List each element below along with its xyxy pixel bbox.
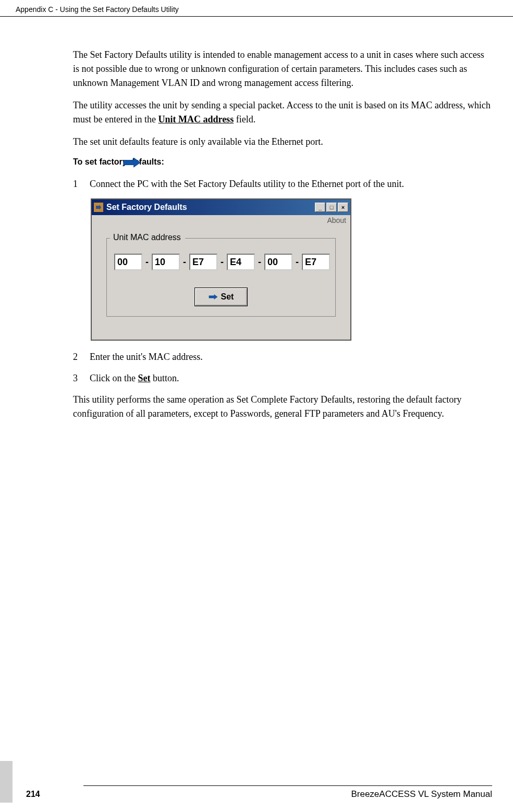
step-1-text: Connect the PC with the Set Factory Defa… — [90, 177, 492, 191]
step-3-number: 3 — [73, 371, 90, 385]
page-footer: 214 BreezeACCESS VL System Manual — [16, 785, 492, 799]
svg-marker-1 — [96, 205, 101, 210]
window-icon — [94, 203, 103, 212]
mac-dash-4: - — [258, 257, 261, 268]
close-button[interactable]: × — [338, 203, 348, 212]
groupbox-label: Unit MAC address — [111, 233, 183, 242]
step-2-text: Enter the unit's MAC address. — [90, 350, 492, 364]
mac-dash-5: - — [296, 257, 299, 268]
maximize-button[interactable]: □ — [326, 203, 337, 212]
unit-mac-bold: Unit MAC address — [158, 114, 234, 124]
mac-octet-3[interactable] — [189, 254, 217, 270]
titlebar: Set Factory Defaults _ □ × — [92, 199, 350, 215]
mac-dash-1: - — [145, 257, 149, 268]
step-3: 3 Click on the Set button. — [73, 371, 492, 385]
mac-groupbox: Unit MAC address - - - - - — [106, 238, 336, 317]
mac-octet-4[interactable] — [227, 254, 255, 270]
titlebar-buttons: _ □ × — [315, 203, 348, 212]
paragraph-2c: field. — [234, 114, 255, 124]
step-3a: Click on the — [90, 373, 138, 383]
mac-dash-2: - — [183, 257, 186, 268]
set-factory-defaults-window: Set Factory Defaults _ □ × About Unit MA… — [91, 198, 351, 341]
step-1: 1 Connect the PC with the Set Factory De… — [73, 177, 492, 191]
set-button[interactable]: Set — [195, 288, 247, 306]
paragraph-2: The utility accesses the unit by sending… — [73, 98, 492, 127]
mac-octet-6[interactable] — [302, 254, 330, 270]
window-bottom-space — [92, 322, 350, 340]
page-gray-tab — [0, 761, 13, 803]
about-menu[interactable]: About — [92, 215, 350, 226]
manual-name: BreezeACCESS VL System Manual — [351, 789, 492, 799]
paragraph-2a: The utility accesses the unit by sending… — [73, 100, 491, 124]
footer-rule — [83, 785, 492, 786]
paragraph-1: The Set Factory Defaults utility is inte… — [73, 48, 492, 90]
step-2: 2 Enter the unit's MAC address. — [73, 350, 492, 364]
window-title: Set Factory Defaults — [106, 203, 315, 212]
step-1-number: 1 — [73, 177, 90, 191]
mac-address-row: - - - - - — [114, 254, 328, 270]
mac-octet-5[interactable] — [264, 254, 292, 270]
mac-octet-1[interactable] — [114, 254, 142, 270]
paragraph-4: This utility performs the same operation… — [73, 393, 492, 421]
mac-octet-2[interactable] — [152, 254, 180, 270]
step-2-number: 2 — [73, 350, 90, 364]
svg-marker-0 — [124, 158, 140, 167]
paragraph-3: The set unit defaults feature is only av… — [73, 135, 492, 149]
step-3-bold: Set — [138, 373, 151, 383]
page-number: 214 — [26, 790, 40, 799]
running-header: Appendix C - Using the Set Factory Defau… — [0, 0, 513, 17]
page-content: The Set Factory Defaults utility is inte… — [0, 17, 513, 440]
procedure-arrow-icon — [123, 157, 141, 168]
minimize-button[interactable]: _ — [315, 203, 325, 212]
mac-dash-3: - — [221, 257, 224, 268]
set-button-label: Set — [221, 292, 234, 302]
embedded-screenshot: Set Factory Defaults _ □ × About Unit MA… — [91, 198, 492, 341]
step-3-text: Click on the Set button. — [90, 371, 492, 385]
set-arrow-icon — [209, 294, 218, 300]
step-3c: button. — [151, 373, 179, 383]
svg-marker-2 — [209, 295, 217, 299]
